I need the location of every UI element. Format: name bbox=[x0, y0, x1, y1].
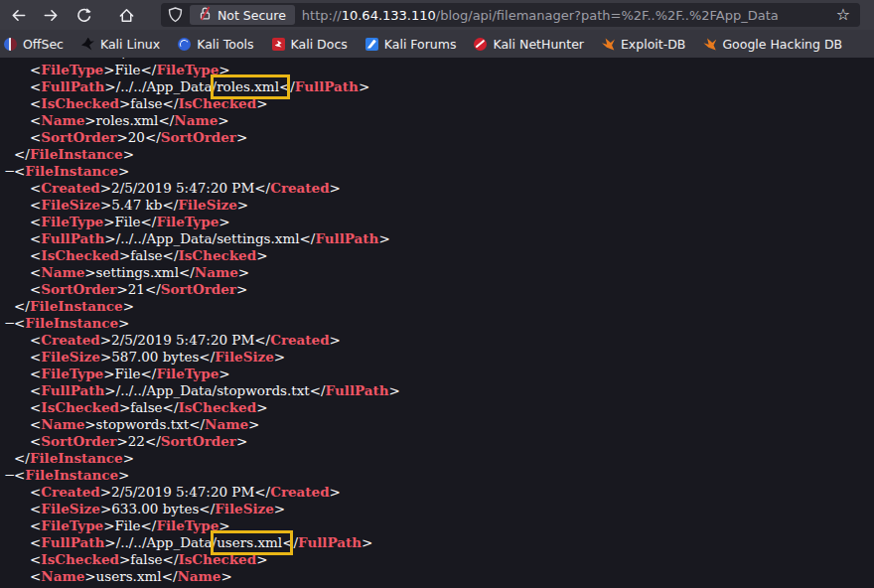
xml-bracket: < bbox=[14, 163, 25, 179]
xml-tag-name: IsChecked bbox=[41, 551, 119, 567]
xml-bracket: </ bbox=[163, 95, 179, 111]
xml-bracket: > bbox=[362, 534, 372, 550]
bookmark-label: Kali NetHunter bbox=[493, 37, 583, 52]
xml-value: 21 bbox=[128, 281, 145, 297]
xml-bracket: > bbox=[118, 467, 129, 483]
shield-icon[interactable] bbox=[168, 7, 183, 23]
xml-tag-name: Name bbox=[174, 112, 218, 128]
xml-tag-name: FileType bbox=[41, 517, 103, 533]
bookmark-kali-tools[interactable]: Kali Tools bbox=[178, 37, 253, 52]
xml-tag-name: Created bbox=[41, 180, 99, 196]
xml-bracket: </ bbox=[199, 349, 215, 365]
xml-bracket: > bbox=[104, 230, 115, 246]
xml-bracket: > bbox=[100, 332, 111, 348]
xml-bracket: < bbox=[30, 551, 41, 567]
bookmark-ghdb[interactable]: Google Hacking DB bbox=[703, 37, 842, 52]
xml-bracket: > bbox=[84, 264, 95, 280]
xml-bracket: < bbox=[30, 433, 41, 449]
xml-bracket: </ bbox=[145, 129, 161, 145]
collapse-toggle[interactable]: − bbox=[4, 163, 15, 180]
bookmark-label: Kali Linux bbox=[100, 37, 160, 52]
reload-button[interactable] bbox=[72, 3, 95, 27]
exploit-db-icon bbox=[602, 38, 615, 51]
xml-value: stopwords.txt bbox=[96, 416, 190, 432]
bookmark-exploit-db[interactable]: Exploit-DB bbox=[602, 37, 685, 52]
xml-tag-name: FullPath bbox=[295, 78, 359, 94]
xml-bracket: > bbox=[116, 129, 127, 145]
xml-bracket: > bbox=[116, 281, 127, 297]
bookmark-offsec[interactable]: OffSec bbox=[4, 37, 64, 52]
home-button[interactable] bbox=[114, 3, 138, 27]
back-button[interactable] bbox=[6, 3, 30, 27]
xml-bracket: > bbox=[119, 551, 130, 567]
xml-line: <FileType>File</FileType> bbox=[0, 517, 874, 534]
xml-tag-name: FullPath bbox=[41, 382, 104, 398]
xml-value: File bbox=[115, 62, 141, 77]
xml-bracket: < bbox=[30, 399, 41, 415]
bookmark-label: Exploit-DB bbox=[621, 37, 685, 52]
kali-nethunter-icon bbox=[474, 38, 487, 51]
xml-value: /../../App_Data/ bbox=[116, 534, 218, 550]
xml-bracket: > bbox=[238, 264, 249, 280]
xml-value: 2/5/2019 5:47:20 PM bbox=[111, 484, 254, 500]
xml-line: <IsChecked>false</IsChecked> bbox=[0, 95, 874, 112]
url-text[interactable]: http://10.64.133.110/blog/api/filemanage… bbox=[302, 8, 827, 23]
xml-tag-name: IsChecked bbox=[41, 399, 119, 415]
xml-bracket: </ bbox=[199, 501, 215, 516]
xml-bracket: > bbox=[100, 180, 111, 196]
xml-bracket: > bbox=[330, 332, 341, 348]
xml-bracket: > bbox=[84, 568, 95, 584]
xml-bracket: </ bbox=[141, 366, 157, 381]
xml-bracket: </ bbox=[254, 332, 270, 348]
xml-bracket: < bbox=[30, 95, 41, 111]
bookmark-star-icon[interactable]: ☆ bbox=[834, 7, 852, 23]
xml-tag-name: FileType bbox=[41, 62, 103, 77]
url-scheme: http:// bbox=[302, 8, 342, 23]
xml-bracket: </ bbox=[163, 247, 179, 263]
bookmark-kali-docs[interactable]: Kali Docs bbox=[272, 37, 348, 52]
xml-bracket: > bbox=[236, 433, 247, 449]
xml-bracket: </ bbox=[145, 433, 161, 449]
xml-tag-name: Created bbox=[270, 180, 329, 196]
xml-value: /../../App_Data/stopwords.txt bbox=[116, 382, 310, 398]
xml-value: users.xml bbox=[96, 568, 162, 584]
xml-tag-name: FileSize bbox=[41, 501, 100, 516]
xml-tag-name: SortOrder bbox=[41, 433, 116, 449]
xml-bracket: < bbox=[30, 78, 41, 94]
xml-value: File bbox=[115, 214, 141, 229]
xml-value: 22 bbox=[128, 433, 145, 449]
xml-value: settings.xml bbox=[96, 264, 179, 280]
xml-value: File bbox=[115, 366, 141, 381]
xml-tag-name: Name bbox=[195, 264, 238, 280]
xml-bracket: > bbox=[104, 534, 115, 550]
xml-tag-name: FileType bbox=[156, 366, 218, 381]
xml-bracket: </ bbox=[163, 551, 179, 567]
xml-bracket: > bbox=[100, 349, 111, 365]
xml-value: roles.xml bbox=[96, 112, 159, 128]
xml-line: <FileSize>633.00 bytes</FileSize> bbox=[0, 501, 874, 517]
url-host: 10.64.133.110 bbox=[342, 8, 436, 23]
xml-value: 2/5/2019 5:47:20 PM bbox=[111, 332, 254, 348]
security-badge[interactable]: Not Secure bbox=[190, 5, 295, 25]
xml-bracket: > bbox=[236, 281, 247, 297]
forward-button[interactable] bbox=[39, 3, 63, 27]
xml-bracket: > bbox=[389, 382, 400, 398]
collapse-toggle[interactable]: − bbox=[4, 467, 15, 484]
xml-bracket: < bbox=[30, 484, 41, 500]
xml-tag-name: FileType bbox=[156, 62, 218, 77]
xml-value: false bbox=[130, 399, 162, 415]
home-icon bbox=[118, 7, 135, 24]
xml-tag-name: FileType bbox=[156, 214, 218, 229]
bookmark-kali-nethunter[interactable]: Kali NetHunter bbox=[474, 37, 583, 52]
xml-bracket: < bbox=[30, 534, 41, 550]
bookmark-kali-forums[interactable]: Kali Forums bbox=[365, 37, 457, 52]
xml-tag-name: Name bbox=[178, 568, 221, 584]
xml-tag-name: FileInstance bbox=[25, 163, 118, 179]
xml-tag-name: SortOrder bbox=[161, 129, 236, 145]
xml-bracket: < bbox=[14, 315, 25, 331]
xml-bracket: > bbox=[100, 501, 111, 516]
bookmark-kali-linux[interactable]: Kali Linux bbox=[81, 37, 160, 52]
collapse-toggle[interactable]: − bbox=[4, 315, 15, 332]
xml-tag-name: Created bbox=[41, 484, 99, 500]
address-bar[interactable]: Not Secure http://10.64.133.110/blog/api… bbox=[161, 3, 860, 27]
